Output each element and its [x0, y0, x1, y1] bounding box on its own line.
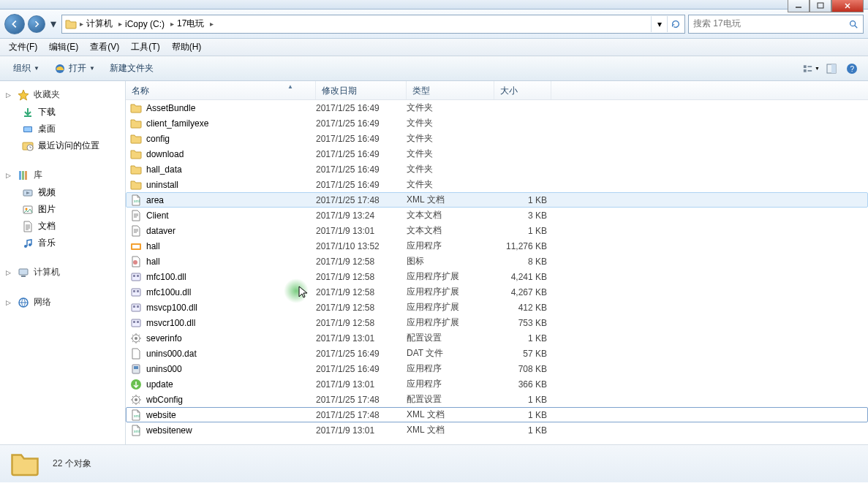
- file-date: 2017/1/25 16:49: [316, 134, 407, 144]
- star-icon: [18, 89, 29, 101]
- file-type: 文件夹: [407, 117, 494, 129]
- menu-help[interactable]: 帮助(H): [166, 39, 208, 56]
- history-dropdown[interactable]: ▾: [48, 14, 59, 34]
- sidebar-item-music[interactable]: 音乐: [0, 235, 125, 251]
- file-name: download: [146, 149, 184, 159]
- forward-button[interactable]: [28, 15, 45, 33]
- file-date: 2017/1/9 13:24: [316, 210, 407, 221]
- file-date: 2017/1/25 17:48: [316, 395, 407, 405]
- col-name[interactable]: 名称▲: [126, 81, 316, 99]
- refresh-button[interactable]: [667, 16, 683, 32]
- table-row[interactable]: download2017/1/25 16:49文件夹: [126, 146, 868, 162]
- sidebar-item-downloads[interactable]: 下载: [0, 104, 125, 121]
- table-row[interactable]: hall_data2017/1/25 16:49文件夹: [126, 162, 868, 177]
- file-name: area: [146, 195, 164, 205]
- sidebar-item-videos[interactable]: 视频: [0, 184, 125, 201]
- file-name: msvcp100.dll: [146, 303, 197, 313]
- col-type[interactable]: 类型: [407, 81, 494, 99]
- folder-icon: [130, 102, 142, 114]
- view-mode-button[interactable]: ▼: [802, 60, 820, 77]
- open-button[interactable]: 打开▼: [48, 59, 101, 77]
- table-row[interactable]: update2017/1/9 13:01应用程序366 KB: [126, 376, 868, 392]
- search-placeholder: 搜索 17电玩: [693, 18, 741, 30]
- menu-view[interactable]: 查看(V): [84, 39, 125, 56]
- file-type: 应用程序: [407, 362, 494, 375]
- table-row[interactable]: mfc100u.dll2017/1/9 12:58应用程序扩展4,267 KB: [126, 284, 868, 300]
- organize-button[interactable]: 组织▼: [7, 59, 45, 77]
- sidebar-item-recent[interactable]: 最近访问的位置: [0, 137, 125, 154]
- minimize-button[interactable]: [788, 0, 809, 12]
- table-row[interactable]: AssetBundle2017/1/25 16:49文件夹: [126, 100, 868, 115]
- table-row[interactable]: dataver2017/1/9 13:01文本文档1 KB: [126, 223, 868, 238]
- sidebar-computer[interactable]: ▷计算机: [0, 263, 125, 281]
- file-date: 2017/1/25 16:49: [316, 149, 407, 159]
- table-row[interactable]: wbConfig2017/1/25 17:48配置设置1 KB: [126, 392, 868, 407]
- file-type: 文本文档: [407, 224, 494, 237]
- menu-tools[interactable]: 工具(T): [125, 39, 165, 56]
- table-row[interactable]: unins000.dat2017/1/25 16:49DAT 文件57 KB: [126, 346, 868, 361]
- table-row[interactable]: hall2017/1/10 13:52应用程序11,276 KB: [126, 238, 868, 254]
- table-row[interactable]: mfc100.dll2017/1/9 12:58应用程序扩展4,241 KB: [126, 269, 868, 284]
- address-dropdown[interactable]: ▾: [651, 16, 667, 32]
- table-row[interactable]: Client2017/1/9 13:24文本文档3 KB: [126, 208, 868, 223]
- sidebar-libraries[interactable]: ▷库: [0, 166, 125, 184]
- file-type: 应用程序: [407, 378, 494, 390]
- file-type: 应用程序扩展: [407, 270, 494, 283]
- image-icon: [22, 204, 34, 216]
- file-type: 文件夹: [407, 178, 494, 191]
- file-date: 2017/1/25 17:48: [316, 195, 407, 205]
- file-date: 2017/1/9 13:01: [316, 226, 407, 236]
- table-row[interactable]: config2017/1/25 16:49文件夹: [126, 131, 868, 146]
- file-name: websitenew: [146, 425, 192, 436]
- file-size: 366 KB: [494, 379, 547, 390]
- status-count: 22 个对象: [53, 457, 91, 470]
- breadcrumb[interactable]: iCopy (C:): [125, 19, 165, 29]
- table-row[interactable]: msvcr100.dll2017/1/9 12:58应用程序扩展753 KB: [126, 315, 868, 330]
- maximize-button[interactable]: [809, 0, 831, 12]
- titlebar: [0, 0, 868, 10]
- table-row[interactable]: website2017/1/25 17:48XML 文档1 KB: [126, 407, 868, 422]
- document-icon: [22, 221, 34, 232]
- file-type: DAT 文件: [407, 347, 494, 360]
- table-row[interactable]: client_familyexe2017/1/25 16:49文件夹: [126, 115, 868, 131]
- sidebar-item-desktop[interactable]: 桌面: [0, 121, 125, 137]
- exe-icon: [130, 240, 142, 252]
- preview-pane-button[interactable]: [823, 60, 840, 77]
- file-name: msvcr100.dll: [146, 318, 195, 328]
- table-row[interactable]: severinfo2017/1/9 13:01配置设置1 KB: [126, 330, 868, 346]
- file-size: 4,241 KB: [494, 272, 547, 282]
- folder-icon: [130, 179, 142, 191]
- file-name: uninstall: [146, 180, 178, 190]
- close-button[interactable]: [831, 0, 864, 12]
- navbar: ▾ ▸计算机 ▸iCopy (C:) ▸17电玩 ▸ ▾ 搜索 17电玩: [0, 10, 868, 39]
- newfolder-button[interactable]: 新建文件夹: [104, 59, 159, 77]
- table-row[interactable]: area2017/1/25 17:48XML 文档1 KB: [126, 192, 868, 208]
- col-date[interactable]: 修改日期: [316, 81, 407, 99]
- help-button[interactable]: [843, 60, 861, 77]
- table-row[interactable]: uninstall2017/1/25 16:49文件夹: [126, 177, 868, 192]
- cfg-icon: [130, 394, 142, 406]
- sidebar-network[interactable]: ▷网络: [0, 293, 125, 311]
- col-size[interactable]: 大小: [494, 81, 551, 99]
- table-row[interactable]: websitenew2017/1/9 13:01XML 文档1 KB: [126, 422, 868, 438]
- file-size: 4,267 KB: [494, 287, 547, 297]
- file-size: 57 KB: [494, 349, 547, 359]
- file-name: hall_data: [146, 164, 182, 175]
- table-row[interactable]: msvcp100.dll2017/1/9 12:58应用程序扩展412 KB: [126, 300, 868, 315]
- search-input[interactable]: 搜索 17电玩: [688, 15, 864, 34]
- file-type: XML 文档: [407, 424, 494, 436]
- breadcrumb[interactable]: 计算机: [86, 18, 113, 30]
- menu-edit[interactable]: 编辑(E): [43, 39, 84, 56]
- menu-file[interactable]: 文件(F): [3, 39, 43, 56]
- table-row[interactable]: hall2017/1/9 12:58图标8 KB: [126, 254, 868, 269]
- address-bar[interactable]: ▸计算机 ▸iCopy (C:) ▸17电玩 ▸ ▾: [61, 15, 685, 34]
- sidebar-favorites[interactable]: ▷收藏夹: [0, 86, 125, 104]
- sidebar-item-documents[interactable]: 文档: [0, 218, 125, 235]
- back-button[interactable]: [4, 14, 25, 34]
- breadcrumb[interactable]: 17电玩: [177, 18, 204, 30]
- file-type: 文件夹: [407, 102, 494, 114]
- table-row[interactable]: unins0002017/1/25 16:49应用程序708 KB: [126, 361, 868, 376]
- file-type: 应用程序: [407, 240, 494, 252]
- file-date: 2017/1/25 16:49: [316, 349, 407, 359]
- sidebar-item-pictures[interactable]: 图片: [0, 201, 125, 218]
